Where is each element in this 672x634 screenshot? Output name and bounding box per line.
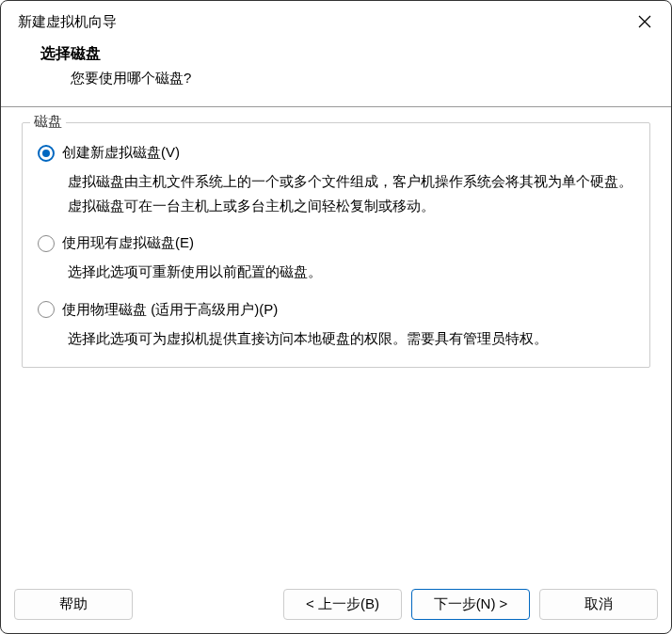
- radio-option-create-new: 创建新虚拟磁盘(V) 虚拟磁盘由主机文件系统上的一个或多个文件组成，客户机操作系…: [38, 144, 634, 217]
- cancel-button[interactable]: 取消: [539, 589, 658, 620]
- radio-option-physical: 使用物理磁盘 (适用于高级用户)(P) 选择此选项可为虚拟机提供直接访问本地硬盘…: [38, 301, 634, 351]
- disk-groupbox: 磁盘 创建新虚拟磁盘(V) 虚拟磁盘由主机文件系统上的一个或多个文件组成，客户机…: [22, 122, 650, 368]
- radio-label: 创建新虚拟磁盘(V): [62, 144, 180, 162]
- next-button[interactable]: 下一步(N) >: [411, 589, 530, 620]
- radio-icon: [38, 145, 55, 162]
- button-bar: 帮助 < 上一步(B) 下一步(N) > 取消: [1, 579, 671, 633]
- groupbox-label: 磁盘: [30, 113, 66, 131]
- radio-icon: [38, 301, 55, 318]
- titlebar: 新建虚拟机向导: [1, 1, 671, 39]
- radio-existing[interactable]: 使用现有虚拟磁盘(E): [38, 234, 634, 252]
- content-area: 磁盘 创建新虚拟磁盘(V) 虚拟磁盘由主机文件系统上的一个或多个文件组成，客户机…: [1, 107, 671, 579]
- wizard-header: 选择磁盘 您要使用哪个磁盘?: [1, 39, 671, 106]
- page-subtitle: 您要使用哪个磁盘?: [40, 70, 654, 87]
- radio-label: 使用物理磁盘 (适用于高级用户)(P): [62, 301, 278, 319]
- help-button[interactable]: 帮助: [14, 589, 133, 620]
- radio-description: 虚拟磁盘由主机文件系统上的一个或多个文件组成，客户机操作系统会将其视为单个硬盘。…: [68, 169, 634, 217]
- radio-description: 选择此选项可为虚拟机提供直接访问本地硬盘的权限。需要具有管理员特权。: [68, 326, 634, 351]
- radio-label: 使用现有虚拟磁盘(E): [62, 234, 194, 252]
- radio-physical[interactable]: 使用物理磁盘 (适用于高级用户)(P): [38, 301, 634, 319]
- page-title: 选择磁盘: [40, 44, 654, 64]
- radio-icon: [38, 235, 55, 252]
- radio-create-new[interactable]: 创建新虚拟磁盘(V): [38, 144, 634, 162]
- radio-option-existing: 使用现有虚拟磁盘(E) 选择此选项可重新使用以前配置的磁盘。: [38, 234, 634, 284]
- window-title: 新建虚拟机向导: [18, 13, 117, 31]
- close-icon: [637, 14, 652, 29]
- close-button[interactable]: [635, 12, 654, 31]
- back-button[interactable]: < 上一步(B): [283, 589, 402, 620]
- radio-description: 选择此选项可重新使用以前配置的磁盘。: [68, 260, 634, 284]
